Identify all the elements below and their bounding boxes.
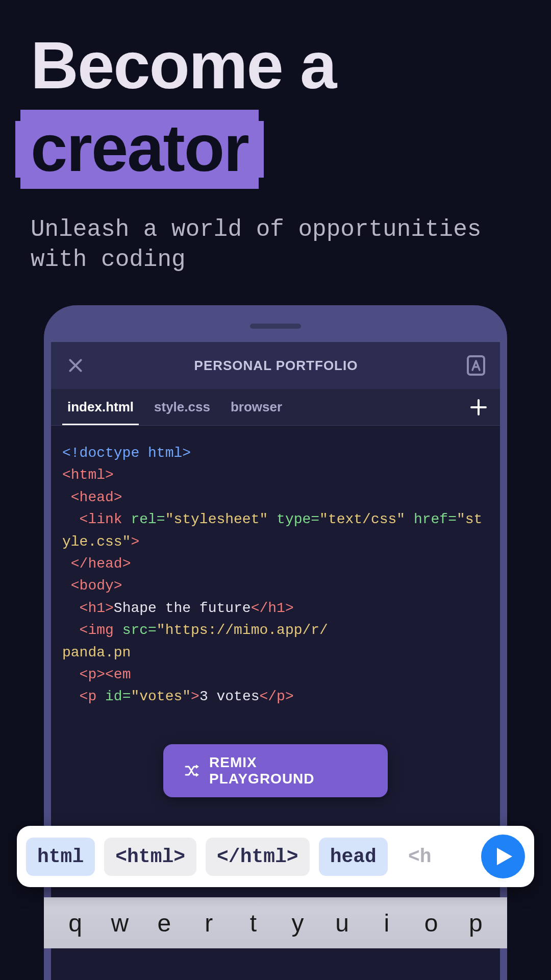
hero-title-line1: Become a (31, 31, 520, 101)
tabs-row: index.html style.css browser (51, 389, 500, 426)
keyboard-key[interactable]: y (280, 909, 316, 937)
keyboard-key[interactable]: o (413, 909, 449, 937)
keyboard-row: q w e r t y u i o p (44, 897, 507, 948)
add-tab-button[interactable] (463, 392, 494, 423)
remix-playground-button[interactable]: REMIX PLAYGROUND (163, 744, 388, 797)
tab-browser[interactable]: browser (220, 389, 292, 425)
suggestion-chip[interactable]: head (319, 838, 388, 876)
hero-subtitle: Unleash a world of opportunities with co… (31, 215, 520, 276)
suggestion-bar: html <html> </html> head <h (17, 826, 534, 887)
code-editor[interactable]: <!doctype html> <html> <head> <link rel=… (51, 426, 500, 708)
close-icon[interactable] (65, 355, 86, 376)
suggestion-chip[interactable]: html (26, 838, 95, 876)
suggestion-chip[interactable]: </html> (206, 838, 310, 876)
keyboard-key[interactable]: r (191, 909, 227, 937)
keyboard-key[interactable]: e (146, 909, 182, 937)
hero-highlight-text: creator (31, 111, 248, 185)
keyboard-key[interactable]: w (102, 909, 138, 937)
tab-index-html[interactable]: index.html (57, 389, 144, 425)
svg-rect-0 (468, 356, 484, 375)
keyboard-key[interactable]: t (235, 909, 271, 937)
keyboard-key[interactable]: q (58, 909, 93, 937)
remix-button-label: REMIX PLAYGROUND (209, 754, 366, 787)
suggestion-chip[interactable]: <html> (104, 838, 196, 876)
keyboard-key[interactable]: p (458, 909, 493, 937)
shuffle-icon (185, 764, 200, 777)
font-mode-icon[interactable] (466, 355, 486, 376)
suggestion-chip[interactable]: <h (397, 838, 443, 876)
keyboard-key[interactable]: u (324, 909, 360, 937)
app-title: PERSONAL PORTFOLIO (194, 358, 358, 374)
phone-speaker (250, 324, 301, 329)
app-header: PERSONAL PORTFOLIO (51, 342, 500, 389)
run-button[interactable] (481, 835, 525, 878)
tab-style-css[interactable]: style.css (144, 389, 220, 425)
hero-title-highlight: creator (31, 110, 248, 186)
keyboard-key[interactable]: i (369, 909, 405, 937)
